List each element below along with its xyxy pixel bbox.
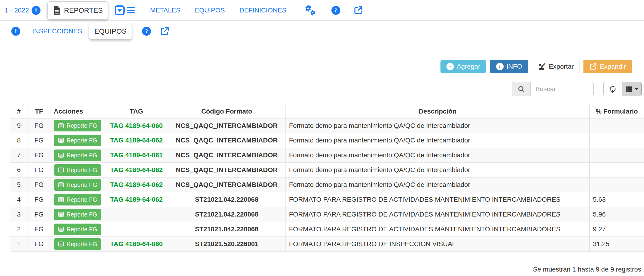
row-number-cell: 8: [10, 133, 28, 148]
tf-cell: FG: [28, 177, 50, 192]
row-number-cell: 5: [10, 177, 28, 192]
descripcion-cell: FORMATO PARA REGISTRO DE ACTIVIDADES MAN…: [286, 222, 590, 237]
columns-dropdown-button[interactable]: [622, 82, 642, 96]
tag-cell: TAG 4189-64-060: [105, 237, 168, 252]
caret-down-icon: [634, 88, 638, 90]
tab-definiciones[interactable]: DEFINICIONES: [239, 6, 286, 14]
reporte-fg-button[interactable]: Reporte FG: [54, 224, 101, 235]
tag-cell: TAG 4189-64-061: [105, 148, 168, 163]
table-body: 9 FG Reporte FG TAG 4189-64-060 NCS_QAQC…: [10, 118, 644, 252]
reporte-fg-button[interactable]: Reporte FG: [54, 164, 101, 176]
table-row: 2 FG Reporte FG ST21021.042.220068 FORMA…: [10, 222, 644, 237]
external-link-icon[interactable]: [354, 6, 363, 15]
tf-cell: FG: [28, 222, 50, 237]
tab-reportes[interactable]: REPORTES: [47, 1, 108, 19]
pct-formulario-cell: [590, 133, 644, 148]
table-row: 6 FG Reporte FG TAG 4189-64-062 NCS_QAQC…: [10, 163, 644, 177]
pct-formulario-cell: [590, 118, 644, 133]
report-list-icon: [58, 197, 64, 203]
main-navbar: 1 - 2022 i REPORTES METALES EQUIPOS DEFI…: [0, 0, 644, 21]
search-addon: [512, 82, 530, 96]
expandir-label: Expandir: [600, 63, 626, 70]
reporte-fg-label: Reporte FG: [66, 241, 97, 248]
reporte-fg-label: Reporte FG: [66, 181, 97, 188]
reporte-fg-button[interactable]: Reporte FG: [54, 179, 101, 191]
table-row: 4 FG Reporte FG TAG 4189-64-062 ST21021.…: [10, 192, 644, 207]
row-number-cell: 7: [10, 148, 28, 163]
tf-cell: FG: [28, 237, 50, 252]
document-icon: [53, 6, 61, 15]
row-number-cell: 3: [10, 207, 28, 222]
descripcion-cell: FORMATO PARA REGISTRO DE ACTIVIDADES MAN…: [286, 207, 590, 222]
reporte-fg-label: Reporte FG: [66, 152, 97, 159]
report-list-icon: [58, 167, 64, 173]
report-list-icon: [58, 137, 64, 143]
pct-formulario-cell: 31.25: [590, 237, 644, 252]
subtab-equipos-label: EQUIPOS: [94, 27, 127, 35]
dropdown-menu-icon[interactable]: [114, 5, 135, 15]
subnav-external-link-icon[interactable]: [160, 26, 169, 36]
acciones-cell: Reporte FG: [50, 207, 105, 222]
pct-formulario-cell: [590, 148, 644, 163]
codigo-formato-cell: NCS_QAQC_INTERCAMBIADOR: [168, 163, 286, 177]
reporte-fg-button[interactable]: Reporte FG: [54, 194, 101, 205]
tf-cell: FG: [28, 192, 50, 207]
codigo-formato-cell: NCS_QAQC_INTERCAMBIADOR: [168, 177, 286, 192]
row-number-cell: 6: [10, 163, 28, 177]
sub-navbar: i INSPECCIONES EQUIPOS ?: [0, 21, 644, 42]
reporte-fg-button[interactable]: Reporte FG: [54, 238, 101, 250]
table-header-row: # TF Acciones TAG Código Formato Descrip…: [10, 105, 644, 118]
tag-cell: TAG 4189-64-062: [105, 192, 168, 207]
info-icon[interactable]: i: [32, 6, 40, 15]
tf-cell: FG: [28, 148, 50, 163]
agregar-button[interactable]: + Agregar: [440, 60, 486, 73]
acciones-cell: Reporte FG: [50, 192, 105, 207]
expandir-button[interactable]: Expandir: [584, 60, 632, 73]
tab-metales[interactable]: METALES: [150, 6, 180, 14]
tag-cell: TAG 4189-64-062: [105, 163, 168, 177]
col-tag: TAG: [105, 105, 168, 118]
codigo-formato-cell: ST21021.042.220068: [168, 192, 286, 207]
period-link[interactable]: 1 - 2022: [5, 6, 29, 14]
tf-cell: FG: [28, 133, 50, 148]
col-codigo-formato: Código Formato: [168, 105, 286, 118]
tab-equipos[interactable]: EQUIPOS: [195, 6, 225, 14]
agregar-label: Agregar: [457, 63, 480, 70]
reporte-fg-button[interactable]: Reporte FG: [54, 135, 101, 146]
settings-gears-icon[interactable]: [304, 4, 316, 16]
info-circle-icon: i: [496, 63, 504, 70]
subtab-equipos[interactable]: EQUIPOS: [89, 23, 132, 39]
col-descripcion: Descripción: [286, 105, 590, 118]
records-summary: Se muestran 1 hasta 9 de 9 registros: [0, 266, 644, 273]
col-pct-formulario: % Formulario: [590, 105, 644, 118]
subnav-help-icon[interactable]: ?: [142, 27, 151, 36]
hamburger-icon: [127, 7, 135, 13]
row-number-cell: 1: [10, 237, 28, 252]
reporte-fg-button[interactable]: Reporte FG: [54, 120, 101, 132]
descripcion-cell: Formato demo para mantenimiento QA/QC de…: [286, 118, 590, 133]
reporte-fg-button[interactable]: Reporte FG: [54, 209, 101, 220]
tf-cell: FG: [28, 118, 50, 133]
reporte-fg-button[interactable]: Reporte FG: [54, 149, 101, 161]
codigo-formato-cell: ST21021.042.220068: [168, 207, 286, 222]
tf-cell: FG: [28, 207, 50, 222]
acciones-cell: Reporte FG: [50, 133, 105, 148]
tab-reportes-label: REPORTES: [64, 6, 103, 14]
codigo-formato-cell: ST21021.042.220068: [168, 222, 286, 237]
codigo-formato-cell: NCS_QAQC_INTERCAMBIADOR: [168, 118, 286, 133]
caret-square-icon: [114, 5, 125, 15]
list-columns-icon: [625, 85, 633, 93]
info-button[interactable]: i INFO: [490, 60, 528, 73]
acciones-cell: Reporte FG: [50, 237, 105, 252]
report-list-icon: [58, 123, 64, 129]
search-group: [512, 82, 594, 96]
col-acciones: Acciones: [50, 105, 105, 118]
subnav-info-icon[interactable]: i: [11, 27, 20, 36]
exportar-button[interactable]: Exportar: [532, 60, 580, 73]
search-input[interactable]: [530, 82, 594, 96]
reporte-fg-label: Reporte FG: [66, 196, 97, 203]
subtab-inspecciones[interactable]: INSPECCIONES: [32, 27, 82, 35]
help-icon[interactable]: ?: [332, 6, 340, 15]
refresh-button[interactable]: [604, 82, 622, 96]
refresh-icon: [608, 85, 617, 93]
